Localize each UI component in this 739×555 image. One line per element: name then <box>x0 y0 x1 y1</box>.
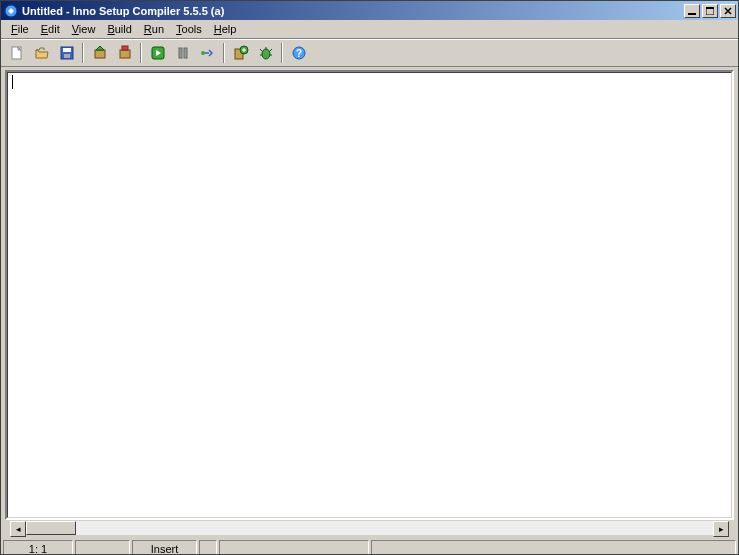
svg-rect-3 <box>706 7 714 9</box>
status-cell-main <box>371 540 736 555</box>
status-cell-empty1 <box>75 540 130 555</box>
menu-label: elp <box>222 23 237 35</box>
status-cursor-position: 1: 1 <box>3 540 73 555</box>
pause-button[interactable] <box>171 42 194 64</box>
scroll-right-button[interactable]: ▸ <box>713 521 729 537</box>
open-button[interactable] <box>30 42 53 64</box>
svg-rect-10 <box>122 46 128 50</box>
titlebar: Untitled - Inno Setup Compiler 5.5.5 (a) <box>1 1 738 20</box>
compile-button[interactable] <box>88 42 111 64</box>
statusbar: 1: 1 Insert <box>1 538 738 555</box>
separator <box>281 43 283 63</box>
svg-point-17 <box>262 49 270 59</box>
status-cell-empty2 <box>199 540 217 555</box>
script-editor[interactable] <box>7 72 732 518</box>
separator <box>140 43 142 63</box>
svg-rect-7 <box>64 54 70 58</box>
menu-label: uild <box>115 23 132 35</box>
text-cursor <box>12 75 13 89</box>
stop-compile-button[interactable] <box>113 42 136 64</box>
close-button[interactable] <box>720 4 736 18</box>
editor-border <box>5 70 734 520</box>
separator <box>223 43 225 63</box>
separator <box>82 43 84 63</box>
menu-label: iew <box>79 23 96 35</box>
svg-rect-1 <box>688 13 696 15</box>
menu-label: dit <box>48 23 60 35</box>
svg-point-14 <box>201 51 205 55</box>
menu-view[interactable]: View <box>66 21 102 37</box>
menu-file[interactable]: File <box>5 21 35 37</box>
scroll-thumb[interactable] <box>26 521 76 535</box>
scroll-left-button[interactable]: ◂ <box>10 521 26 537</box>
debug-button[interactable] <box>254 42 277 64</box>
toolbar: ? <box>1 39 738 67</box>
new-button[interactable] <box>5 42 28 64</box>
minimize-button[interactable] <box>684 4 700 18</box>
horizontal-scrollbar[interactable]: ◂ ▸ <box>9 520 730 536</box>
target-setup-button[interactable] <box>229 42 252 64</box>
help-button[interactable]: ? <box>287 42 310 64</box>
step-button[interactable] <box>196 42 219 64</box>
menu-help[interactable]: Help <box>208 21 243 37</box>
menubar: File Edit View Build Run Tools Help <box>1 20 738 39</box>
svg-rect-9 <box>120 50 130 58</box>
maximize-button[interactable] <box>702 4 718 18</box>
status-cell-empty3 <box>219 540 369 555</box>
svg-rect-6 <box>63 48 71 52</box>
svg-rect-13 <box>184 48 187 58</box>
svg-text:?: ? <box>295 48 301 59</box>
run-button[interactable] <box>146 42 169 64</box>
menu-label: un <box>152 23 164 35</box>
menu-edit[interactable]: Edit <box>35 21 66 37</box>
window-title: Untitled - Inno Setup Compiler 5.5.5 (a) <box>22 5 682 17</box>
menu-run[interactable]: Run <box>138 21 170 37</box>
svg-rect-8 <box>95 50 105 58</box>
status-insert-mode: Insert <box>132 540 197 555</box>
svg-rect-12 <box>179 48 182 58</box>
menu-label: ools <box>182 23 202 35</box>
app-icon <box>3 3 19 19</box>
window-controls <box>682 4 736 18</box>
menu-label: ile <box>18 23 29 35</box>
save-button[interactable] <box>55 42 78 64</box>
editor-area: ◂ ▸ <box>1 67 738 536</box>
menu-tools[interactable]: Tools <box>170 21 208 37</box>
menu-build[interactable]: Build <box>101 21 137 37</box>
scroll-track[interactable] <box>26 521 713 535</box>
